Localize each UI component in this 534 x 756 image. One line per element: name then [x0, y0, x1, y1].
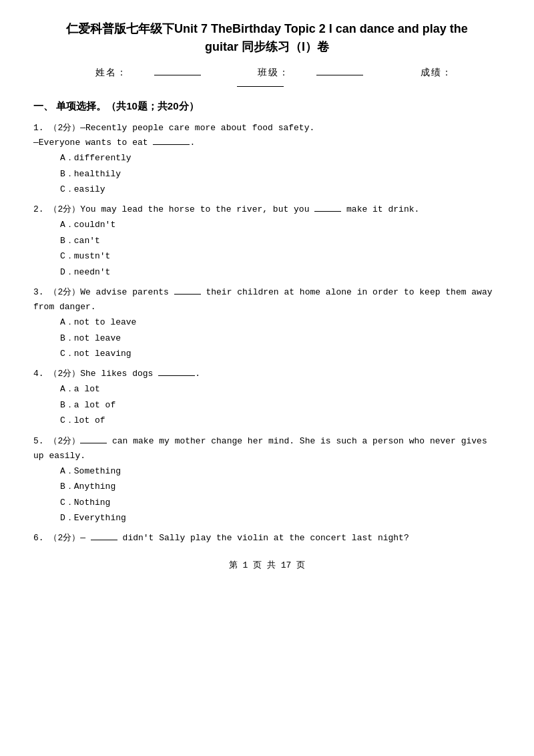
question-5: 5. （2分） can make my mother change her mi… [33, 434, 501, 526]
q5-optB: B．Anything [60, 479, 501, 494]
q1-optA: A．differently [60, 150, 501, 166]
student-info: 姓名： 班级： 成绩： [33, 67, 501, 89]
question-4: 4. （2分）She likes dogs . A．a lot B．a lot … [33, 367, 501, 428]
q1-line1: 1. （2分）—Recently people care more about … [33, 121, 501, 136]
q1-number: 1. [33, 123, 49, 133]
q2-optA: A．couldn't [60, 217, 501, 232]
class-field: 班级： [244, 67, 380, 77]
q2-optD: D．needn't [60, 264, 501, 280]
q6-text: 6. （2分）— didn't Sally play the violin at… [33, 531, 501, 546]
page-footer: 第 1 页 共 17 页 [33, 559, 501, 571]
q3-optC: C．not leaving [60, 346, 501, 361]
page-title: 仁爱科普版七年级下Unit 7 TheBirthday Topic 2 I ca… [33, 20, 501, 56]
q5-optA: A．Something [60, 463, 501, 479]
question-6: 6. （2分）— didn't Sally play the violin at… [33, 531, 501, 546]
q3-text: 3. （2分）We advise parents their children … [33, 285, 501, 315]
q1-optC: C．easily [60, 182, 501, 197]
q1-optB: B．healthily [60, 166, 501, 182]
q2-optB: B．can't [60, 233, 501, 248]
q5-optD: D．Everything [60, 510, 501, 526]
question-1: 1. （2分）—Recently people care more about … [33, 121, 501, 197]
q2-optC: C．mustn't [60, 248, 501, 264]
q5-optC: C．Nothing [60, 495, 501, 510]
q4-optC: C．lot of [60, 413, 501, 428]
q4-optA: A．a lot [60, 381, 501, 397]
q5-text: 5. （2分） can make my mother change her mi… [33, 434, 501, 463]
q4-optB: B．a lot of [60, 397, 501, 413]
name-field: 姓名： [82, 67, 218, 77]
q2-text: 2. （2分）You may lead the horse to the riv… [33, 202, 501, 217]
q1-line2: —Everyone wants to eat . [33, 136, 501, 150]
q4-text: 4. （2分）She likes dogs . [33, 367, 501, 381]
q3-optA: A．not to leave [60, 315, 501, 330]
section1-header: 一、 单项选择。（共10题；共20分） [33, 100, 501, 113]
question-2: 2. （2分）You may lead the horse to the riv… [33, 202, 501, 280]
q3-optB: B．not leave [60, 331, 501, 346]
question-3: 3. （2分）We advise parents their children … [33, 285, 501, 361]
